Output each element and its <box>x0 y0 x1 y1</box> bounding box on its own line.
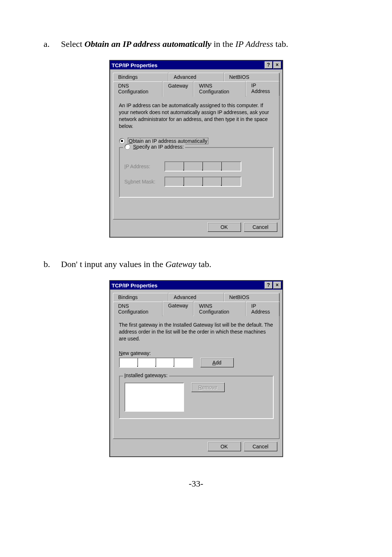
tab-bindings[interactable]: Bindings <box>113 73 168 81</box>
radio-obtain-row[interactable]: Obtain an IP address automatically <box>119 138 273 144</box>
radio-specify[interactable] <box>124 144 130 150</box>
ip-address-input <box>164 161 241 171</box>
new-gateway-input[interactable] <box>119 358 193 368</box>
emphasis-gateway: Gateway <box>166 259 196 269</box>
tab-wins[interactable]: WINS Configuration <box>193 81 246 97</box>
titlebar[interactable]: TCP/IP Properties ? × <box>110 61 282 69</box>
specify-ip-group: Specify an IP address: IP Address: Subne… <box>119 147 273 197</box>
subnet-mask-input <box>164 177 241 187</box>
ok-button[interactable]: OK <box>208 222 241 232</box>
radio-obtain-label: Obtain an IP address automatically <box>128 138 209 144</box>
tab-ipaddress[interactable]: IP Address <box>246 302 279 316</box>
tab-panel-gateway: The first gateway in the Installed Gatew… <box>113 315 279 439</box>
tab-advanced[interactable]: Advanced <box>168 73 224 81</box>
tcpip-dialog-ipaddress: TCP/IP Properties ? × Bindings Advanced … <box>109 60 283 238</box>
cancel-button[interactable]: Cancel <box>244 442 277 451</box>
list-letter-a: a. <box>44 39 61 49</box>
emphasis-obtain: Obtain an IP address automatically <box>85 39 212 49</box>
tab-ipaddress[interactable]: IP Address <box>246 81 279 96</box>
instruction-a-text: Select Obtain an IP address automaticall… <box>61 39 288 49</box>
radio-specify-label: Specify an IP address: <box>133 144 184 150</box>
page-number: -33- <box>44 479 348 489</box>
tab-gateway[interactable]: Gateway <box>163 301 193 316</box>
instruction-b-text: Don' t input any values in the Gateway t… <box>61 259 211 269</box>
tab-panel-ipaddress: An IP address can be automatically assig… <box>113 96 279 219</box>
close-button[interactable]: × <box>273 61 281 69</box>
dialog-title: TCP/IP Properties <box>111 282 264 288</box>
titlebar[interactable]: TCP/IP Properties ? × <box>110 281 282 290</box>
installed-gateways-list[interactable] <box>124 383 184 412</box>
ip-description: An IP address can be automatically assig… <box>119 102 273 130</box>
subnet-mask-label: Subnet Mask: <box>124 179 164 185</box>
emphasis-ipaddress: IP Address <box>235 39 273 49</box>
ok-button[interactable]: OK <box>208 442 241 451</box>
instruction-a: a. Select Obtain an IP address automatic… <box>44 39 348 49</box>
tab-dns[interactable]: DNS Configuration <box>113 81 163 97</box>
add-button[interactable]: Add <box>200 358 234 367</box>
installed-gateways-group: Installed gateways: Remove <box>119 376 273 419</box>
gateway-description: The first gateway in the Installed Gatew… <box>119 322 273 342</box>
instruction-b: b. Don' t input any values in the Gatewa… <box>44 259 348 269</box>
help-button[interactable]: ? <box>265 282 273 289</box>
help-button[interactable]: ? <box>265 61 273 69</box>
tab-dns[interactable]: DNS Configuration <box>113 302 163 316</box>
tab-bindings[interactable]: Bindings <box>113 293 168 302</box>
close-button[interactable]: × <box>273 282 281 289</box>
list-letter-b: b. <box>44 259 61 269</box>
tab-netbios[interactable]: NetBIOS <box>224 73 279 81</box>
tcpip-dialog-gateway: TCP/IP Properties ? × Bindings Advanced … <box>109 280 283 457</box>
tab-wins[interactable]: WINS Configuration <box>193 302 246 316</box>
dialog-title: TCP/IP Properties <box>111 62 264 68</box>
ip-address-label: IP Address: <box>124 164 164 169</box>
installed-gateways-label: Installed gateways: <box>124 372 168 378</box>
remove-button: Remove <box>191 383 225 392</box>
new-gateway-label: New gateway: <box>119 350 273 356</box>
tab-netbios[interactable]: NetBIOS <box>224 293 279 302</box>
tab-gateway[interactable]: Gateway <box>163 81 193 97</box>
cancel-button[interactable]: Cancel <box>244 222 277 232</box>
tab-advanced[interactable]: Advanced <box>168 293 224 302</box>
radio-obtain[interactable] <box>119 138 125 144</box>
